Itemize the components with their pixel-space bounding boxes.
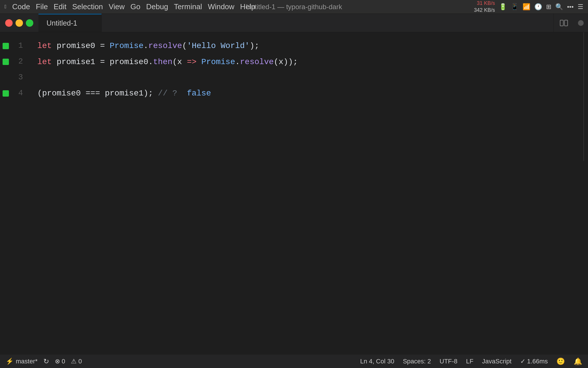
split-icon — [560, 20, 568, 26]
warning-count[interactable]: ⚠ 0 — [71, 358, 82, 365]
maximize-button[interactable] — [26, 19, 33, 27]
svg-rect-0 — [560, 20, 563, 26]
error-number: 0 — [62, 358, 65, 365]
battery-icon: 🔋 — [499, 3, 507, 11]
tab-spacer — [102, 14, 554, 32]
error-icon: ⊗ — [55, 358, 60, 365]
table-row: 2 let promise1 = promise0.then(x => Prom… — [0, 54, 588, 70]
code-editor[interactable]: 1 let promise0 = Promise.resolve('Hello … — [0, 32, 588, 354]
wifi-icon: 📶 — [523, 3, 530, 11]
line-number-3: 3 — [11, 71, 32, 84]
network-stats: 31 KB/s 342 KB/s — [474, 0, 495, 14]
gutter-2 — [0, 59, 11, 65]
language-mode[interactable]: JavaScript — [482, 358, 512, 365]
menu-selection[interactable]: Selection — [72, 2, 103, 11]
more-tab-options-button[interactable] — [574, 14, 588, 32]
menu-items:  Code File Edit Selection View Go Debug… — [5, 2, 256, 11]
svg-rect-1 — [564, 20, 568, 26]
more-icon: ••• — [567, 3, 574, 11]
line-ending[interactable]: LF — [466, 358, 473, 365]
gutter-1 — [0, 43, 11, 49]
line-content-2[interactable]: let promise1 = promise0.then(x => Promis… — [32, 55, 588, 69]
gutter-4 — [0, 90, 11, 97]
tab-untitled-1[interactable]: Untitled-1 — [38, 14, 102, 32]
window-controls — [0, 14, 38, 32]
tab-title: Untitled-1 — [47, 19, 77, 27]
menu-edit[interactable]: Edit — [54, 2, 67, 11]
dot-icon — [578, 20, 584, 26]
menu-terminal[interactable]: Terminal — [174, 2, 202, 11]
sync-icon[interactable]: ↻ — [43, 357, 49, 365]
status-bar: ⚡ master* ↻ ⊗ 0 ⚠ 0 Ln 4, Col 30 Spaces:… — [0, 354, 588, 368]
menu-debug[interactable]: Debug — [146, 2, 168, 11]
editor-main[interactable]: 1 let promise0 = Promise.resolve('Hello … — [0, 32, 588, 354]
branch-name: master* — [16, 358, 38, 365]
line-content-1[interactable]: let promise0 = Promise.resolve('Hello Wo… — [32, 39, 588, 53]
table-row: 1 let promise0 = Promise.resolve('Hello … — [0, 38, 588, 54]
phone-icon: 📱 — [511, 3, 519, 11]
editor-area: 1 let promise0 = Promise.resolve('Hello … — [0, 32, 588, 354]
menu-file[interactable]: File — [36, 2, 48, 11]
line-number-4: 4 — [11, 87, 32, 100]
status-left: ⚡ master* ↻ ⊗ 0 ⚠ 0 — [6, 357, 82, 365]
indentation[interactable]: Spaces: 2 — [403, 358, 431, 365]
close-button[interactable] — [5, 19, 13, 27]
warning-icon: ⚠ — [71, 358, 77, 365]
smiley-icon[interactable]: 🙂 — [556, 357, 565, 365]
scrollbar-thumb[interactable] — [583, 32, 584, 161]
apple-logo-icon:  — [5, 4, 7, 10]
control-center-icon: ⊞ — [546, 3, 551, 11]
breakpoint-icon[interactable] — [3, 59, 9, 65]
split-editor-button[interactable] — [554, 14, 574, 32]
list-icon: ☰ — [578, 3, 583, 11]
window-title: Untitled-1 — typora-github-dark — [246, 3, 342, 11]
cursor-position[interactable]: Ln 4, Col 30 — [360, 358, 394, 365]
breakpoint-icon[interactable] — [3, 90, 9, 97]
net-upload: 31 KB/s — [477, 0, 495, 7]
timing: ✓ 1.66ms — [520, 358, 548, 365]
warning-number: 0 — [78, 358, 82, 365]
line-number-2: 2 — [11, 55, 32, 68]
git-branch[interactable]: ⚡ master* — [6, 358, 38, 365]
git-branch-icon: ⚡ — [6, 358, 13, 365]
line-content-4[interactable]: (promise0 === promise1); // ? false — [32, 87, 588, 100]
tab-bar: Untitled-1 — [0, 14, 588, 32]
breakpoint-icon[interactable] — [3, 43, 9, 49]
menu-window[interactable]: Window — [208, 2, 234, 11]
net-download: 342 KB/s — [474, 7, 495, 14]
encoding[interactable]: UTF-8 — [440, 358, 457, 365]
table-row: 4 (promise0 === promise1); // ? false — [0, 85, 588, 101]
minimize-button[interactable] — [16, 19, 23, 27]
menu-right-icons: 31 KB/s 342 KB/s 🔋 📱 📶 🕐 ⊞ 🔍 ••• ☰ — [474, 0, 583, 14]
notification-bell-icon[interactable]: 🔔 — [574, 357, 582, 365]
table-row: 3 — [0, 70, 588, 85]
menu-bar:  Code File Edit Selection View Go Debug… — [0, 0, 588, 14]
line-number-1: 1 — [11, 39, 32, 53]
finder-icon: 🔍 — [555, 3, 563, 11]
clock-icon: 🕐 — [534, 3, 542, 11]
menu-code[interactable]: Code — [12, 2, 30, 11]
menu-view[interactable]: View — [109, 2, 125, 11]
menu-go[interactable]: Go — [130, 2, 140, 11]
status-right: Ln 4, Col 30 Spaces: 2 UTF-8 LF JavaScri… — [360, 357, 582, 365]
error-count[interactable]: ⊗ 0 — [55, 358, 65, 365]
